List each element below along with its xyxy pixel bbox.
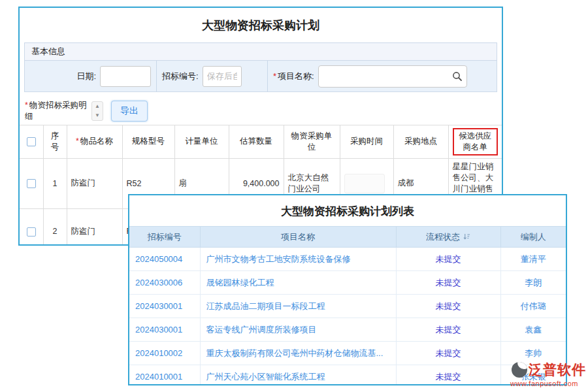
plan-bid-no-link[interactable]: 2024010002 <box>129 342 200 365</box>
plan-bid-no-link[interactable]: 2024030001 <box>129 295 200 318</box>
project-name-input[interactable] <box>318 65 467 88</box>
search-icon[interactable] <box>452 71 463 82</box>
spacer-strip <box>20 92 502 97</box>
project-name-label: *项目名称: <box>273 71 314 82</box>
plan-list-header-label: 流程状态 <box>426 232 460 242</box>
purchase-time-empty-input[interactable] <box>344 174 385 193</box>
bid-no-label: 招标编号: <box>162 71 199 82</box>
plan-bid-no-link[interactable]: 2024030001 <box>129 318 200 342</box>
plan-list-table: 招标编号项目名称流程状态编制人 2024050004广州市文物考古工地安防系统设… <box>129 226 566 385</box>
detail-header-cell: 规格型号 <box>122 125 174 159</box>
bid-no-field-cell: 招标编号: <box>157 61 268 91</box>
plan-list-header-cell[interactable]: 招标编号 <box>129 227 200 248</box>
export-button[interactable]: 导出 <box>111 101 148 122</box>
detail-header-cell: 采购地点 <box>393 125 448 159</box>
detail-header-label: 采购地点 <box>404 137 437 146</box>
detail-header-cell: 采购时间 <box>340 125 393 159</box>
detail-header-row: 序号*物品名称规格型号计量单位估算数量物资采购单位采购时间采购地点候选供应商名单 <box>20 125 502 159</box>
plan-author: 袁鑫 <box>500 318 566 342</box>
vendor-brand-name: 泛普软件 <box>529 361 586 379</box>
detail-header-label: 序号 <box>51 131 59 152</box>
required-asterisk: * <box>76 137 79 146</box>
fanpu-logo-icon <box>512 362 527 378</box>
bid-no-input[interactable] <box>203 66 242 87</box>
detail-cell: 防盗门 <box>67 208 122 246</box>
plan-list-header-cell[interactable]: 编制人 <box>500 227 566 248</box>
detail-cell: 2 <box>43 208 67 246</box>
project-search-wrap <box>318 65 467 88</box>
plan-author: 董清平 <box>500 248 566 271</box>
plan-bid-no-link[interactable]: 2024010001 <box>129 365 200 386</box>
plan-status: 未提交 <box>396 342 500 365</box>
date-input[interactable] <box>100 66 151 87</box>
detail-header-label: 采购时间 <box>350 137 383 146</box>
date-label: 日期: <box>30 71 96 82</box>
plan-bid-no-link[interactable]: 2024050004 <box>129 248 200 271</box>
select-all-checkbox[interactable] <box>27 137 36 146</box>
plan-status: 未提交 <box>396 271 500 295</box>
plan-list-row[interactable]: 2024030001江苏成品油二期项目一标段工程未提交付伟璐 <box>129 295 566 318</box>
sort-icon[interactable] <box>463 233 470 242</box>
plan-list-header-cell[interactable]: 项目名称 <box>200 227 396 248</box>
plan-author: 付伟璐 <box>500 295 566 318</box>
select-all-header-cell <box>20 125 43 159</box>
plan-project-link[interactable]: 江苏成品油二期项目一标段工程 <box>200 295 396 318</box>
plan-author: 李朗 <box>500 271 566 295</box>
plan-bid-no-link[interactable]: 2024030006 <box>129 271 200 295</box>
detail-header-label: 物品名称 <box>80 137 113 146</box>
detail-section-label: *物资招标采购明细 <box>25 100 90 122</box>
plan-list-header-label: 项目名称 <box>281 232 315 242</box>
required-asterisk: * <box>25 101 28 110</box>
plan-project-link[interactable]: 广州市文物考古工地安防系统设备保修 <box>200 248 396 271</box>
plan-project-link[interactable]: 客运专线广州调度所装修项目 <box>200 318 396 342</box>
basic-info-label: 基本信息 <box>31 46 65 56</box>
plan-status: 未提交 <box>396 295 500 318</box>
plan-list-window: 大型物资招标采购计划列表 招标编号项目名称流程状态编制人 2024050004广… <box>128 194 567 385</box>
row-order-spinner: ▲ ▼ <box>91 101 103 121</box>
detail-section-header: *物资招标采购明细 ▲ ▼ 导出 <box>20 97 502 125</box>
detail-header-cell: 估算数量 <box>229 125 284 159</box>
row-checkbox[interactable] <box>27 227 36 237</box>
basic-info-form-row: 日期: 招标编号: *项目名称: <box>24 61 497 92</box>
plan-list-row[interactable]: 2024010002重庆太极制药有限公司亳州中药材仓储物流基...未提交李帅 <box>129 342 566 365</box>
date-field-cell: 日期: <box>25 61 157 91</box>
plan-list-header-label: 招标编号 <box>148 232 182 242</box>
detail-header-label: 物资采购单位 <box>291 131 333 152</box>
detail-header-label: 估算数量 <box>240 137 272 146</box>
detail-header-candidate-suppliers: 候选供应商名单 <box>448 125 502 159</box>
vendor-watermark: 泛普软件 www.fanpusoft.com <box>502 361 586 387</box>
plan-project-link[interactable]: 晟铭园林绿化工程 <box>200 271 396 295</box>
plan-list-header-row: 招标编号项目名称流程状态编制人 <box>129 227 566 248</box>
plan-project-link[interactable]: 重庆太极制药有限公司亳州中药材仓储物流基... <box>200 342 396 365</box>
required-asterisk: * <box>273 71 276 81</box>
plan-list-header-label: 编制人 <box>521 232 546 242</box>
plan-list-row[interactable]: 2024050004广州市文物考古工地安防系统设备保修未提交董清平 <box>129 248 566 271</box>
plan-project-link[interactable]: 广州天心苑小区智能化系统工程 <box>200 365 396 386</box>
basic-info-section-header: 基本信息 <box>24 42 497 61</box>
row-select-cell <box>20 208 43 246</box>
plan-list-row[interactable]: 2024030001客运专线广州调度所装修项目未提交袁鑫 <box>129 318 566 342</box>
row-move-down-button[interactable]: ▼ <box>92 111 103 120</box>
detail-header-cell: *物品名称 <box>67 125 122 159</box>
row-move-up-button[interactable]: ▲ <box>92 102 103 111</box>
detail-header-label: 候选供应商名单 <box>459 131 491 152</box>
row-select-cell <box>20 158 43 208</box>
detail-header-label: 规格型号 <box>132 137 165 146</box>
detail-cell: 防盗门 <box>67 158 122 208</box>
plan-list-header-status[interactable]: 流程状态 <box>396 227 500 248</box>
plan-list-row[interactable]: 2024010001广州天心苑小区智能化系统工程未提交张未银 <box>129 365 566 386</box>
detail-cell: 1 <box>43 158 67 208</box>
detail-header-cell: 序号 <box>43 125 67 159</box>
page-title: 大型物资招标采购计划 <box>20 8 502 42</box>
plan-status: 未提交 <box>396 365 500 386</box>
detail-header-label: 计量单位 <box>186 137 218 146</box>
row-checkbox[interactable] <box>27 179 36 188</box>
plan-list-title: 大型物资招标采购计划列表 <box>129 195 566 226</box>
detail-header-cell: 计量单位 <box>174 125 229 159</box>
detail-header-cell: 物资采购单位 <box>284 125 340 159</box>
project-name-field-cell: *项目名称: <box>268 61 497 91</box>
vendor-url: www.fanpusoft.com <box>502 380 586 387</box>
plan-status: 未提交 <box>396 318 500 342</box>
plan-list-row[interactable]: 2024030006晟铭园林绿化工程未提交李朗 <box>129 271 566 295</box>
highlighted-header-box: 候选供应商名单 <box>453 128 498 155</box>
